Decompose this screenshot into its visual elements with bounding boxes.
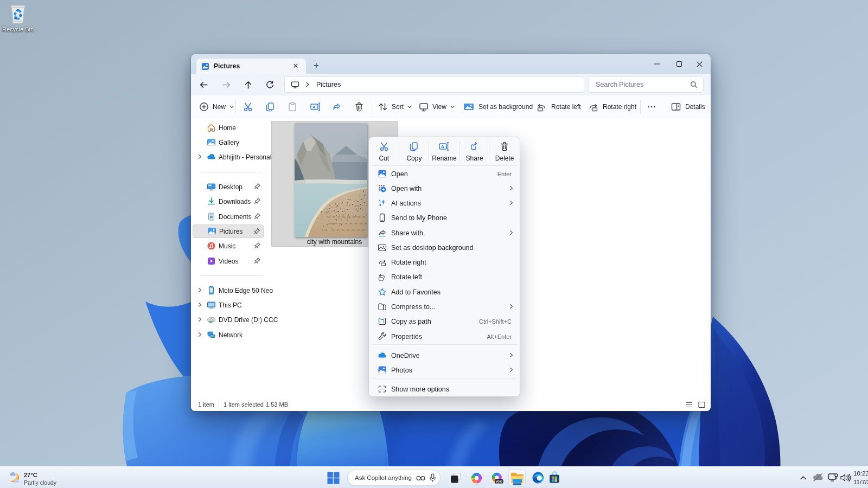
svg-text:A: A — [312, 105, 316, 110]
svg-text:M365: M365 — [495, 479, 502, 483]
svg-text:A: A — [441, 144, 444, 149]
